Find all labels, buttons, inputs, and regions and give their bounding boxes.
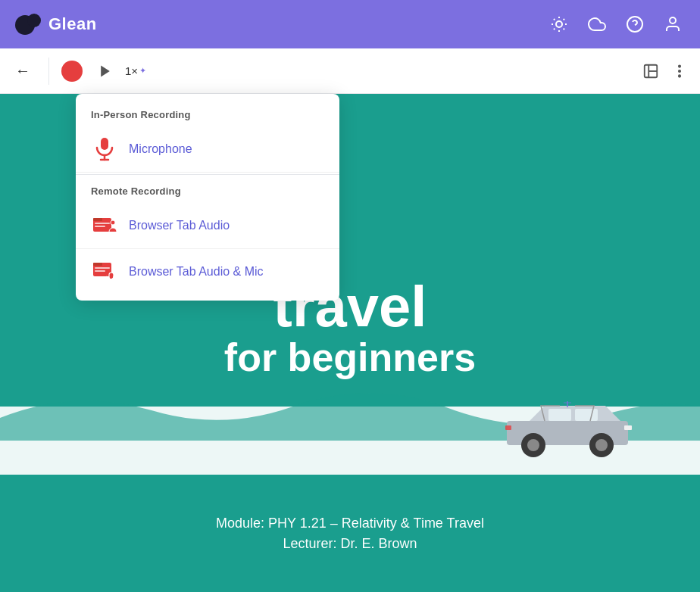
- play-button[interactable]: [98, 64, 113, 79]
- more-options-button[interactable]: [671, 63, 688, 79]
- svg-rect-27: [95, 226, 105, 227]
- svg-line-7: [554, 19, 555, 20]
- svg-point-18: [679, 65, 680, 67]
- microphone-label: Microphone: [129, 142, 192, 156]
- svg-line-9: [554, 29, 555, 30]
- svg-point-2: [556, 21, 562, 27]
- slide-title-line2: for beginners: [224, 336, 476, 379]
- svg-point-28: [111, 220, 115, 225]
- navbar: Glean: [0, 0, 700, 48]
- account-icon[interactable]: [661, 12, 685, 36]
- svg-rect-36: [548, 409, 571, 421]
- slide-lecturer: Lecturer: Dr. E. Brown: [283, 536, 417, 552]
- browser-tab-audio-mic-icon: [91, 258, 118, 285]
- svg-point-13: [670, 17, 676, 23]
- browser-tab-audio-item[interactable]: Browser Tab Audio: [76, 203, 339, 249]
- dropdown-divider: [76, 174, 339, 175]
- toolbar: ← 1×✦: [0, 48, 700, 94]
- layout-button[interactable]: [642, 63, 659, 79]
- browser-tab-audio-icon: [91, 212, 118, 239]
- help-icon[interactable]: [623, 12, 647, 36]
- svg-marker-14: [101, 65, 110, 76]
- slide-bottom: Module: PHY 1.21 – Relativity & Time Tra…: [0, 475, 700, 592]
- in-person-section-label: In-Person Recording: [76, 100, 339, 126]
- svg-rect-43: [505, 425, 511, 430]
- browser-tab-audio-mic-item[interactable]: Browser Tab Audio & Mic: [76, 249, 339, 294]
- back-button[interactable]: ←: [12, 59, 33, 83]
- microphone-icon: [91, 136, 118, 163]
- svg-rect-37: [575, 409, 598, 421]
- slide-module: Module: PHY 1.21 – Relativity & Time Tra…: [216, 516, 484, 531]
- browser-tab-audio-mic-label: Browser Tab Audio & Mic: [129, 265, 264, 279]
- brightness-icon[interactable]: [547, 12, 571, 36]
- svg-line-10: [564, 19, 564, 20]
- toolbar-right: [642, 63, 688, 79]
- speed-value: 1×: [125, 64, 138, 77]
- recording-dropdown: In-Person Recording Microphone Remote Re…: [76, 94, 339, 301]
- svg-point-39: [527, 439, 539, 451]
- svg-point-20: [679, 75, 680, 76]
- svg-rect-32: [95, 270, 105, 272]
- speed-star-icon: ✦: [139, 66, 146, 76]
- navbar-right: [547, 12, 685, 36]
- svg-rect-21: [101, 138, 108, 150]
- remote-section-label: Remote Recording: [76, 176, 339, 203]
- svg-point-1: [27, 14, 41, 27]
- navbar-brand: Glean: [48, 14, 97, 34]
- svg-rect-42: [624, 425, 632, 430]
- svg-rect-25: [93, 218, 102, 221]
- cloud-icon[interactable]: [585, 12, 609, 36]
- svg-rect-30: [93, 263, 102, 266]
- record-button[interactable]: [61, 61, 83, 82]
- navbar-left: Glean: [15, 11, 97, 38]
- glean-logo-icon: [15, 11, 42, 38]
- toolbar-divider: [48, 58, 49, 85]
- svg-rect-31: [95, 267, 110, 269]
- svg-point-41: [595, 439, 608, 451]
- browser-tab-audio-label: Browser Tab Audio: [129, 219, 230, 232]
- speed-selector[interactable]: 1×✦: [125, 64, 146, 77]
- svg-line-8: [564, 29, 564, 30]
- svg-point-19: [679, 70, 680, 72]
- svg-rect-26: [95, 223, 110, 224]
- microphone-item[interactable]: Microphone: [76, 126, 339, 173]
- delorean-car: [499, 400, 639, 463]
